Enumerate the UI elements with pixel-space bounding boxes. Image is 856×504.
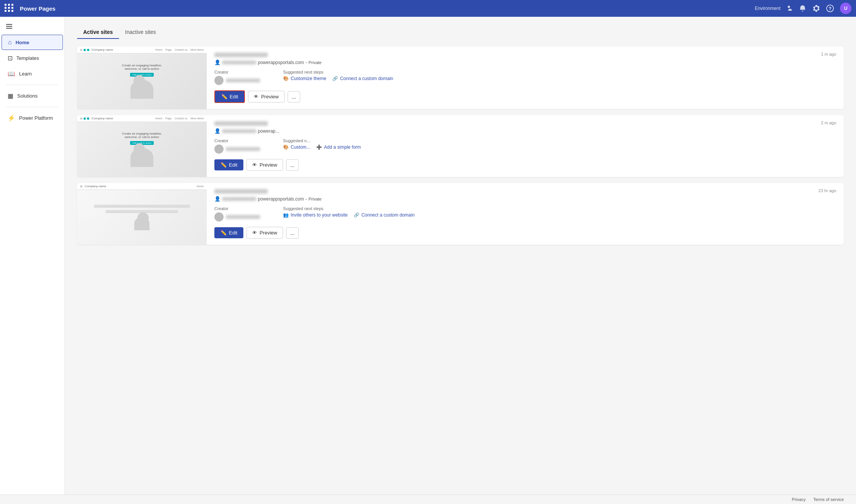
sidebar-item-solutions[interactable]: ▦ Solutions xyxy=(2,88,63,103)
edit-icon-1: ✏️ xyxy=(221,94,227,100)
sidebar-item-power-platform[interactable]: ⚡ Power Platform xyxy=(2,111,63,125)
sidebar-label-solutions: Solutions xyxy=(17,93,37,99)
site-url-3: 👤 powerappsportals.com - Private xyxy=(214,196,836,202)
environment-label: Environment xyxy=(755,6,780,11)
site-url-1: 👤 powerappsportals.com - Private xyxy=(214,59,836,65)
next-step-add-form[interactable]: ➕ Add a simple form xyxy=(316,144,361,150)
site-meta-3: Creator Suggested next steps 👥 Invite ot… xyxy=(214,206,836,222)
user-avatar[interactable]: U xyxy=(840,3,851,14)
tab-active-sites[interactable]: Active sites xyxy=(77,26,119,39)
gear-icon[interactable] xyxy=(813,5,820,12)
edit-button-3[interactable]: ✏️ Edit xyxy=(214,227,243,238)
sidebar-divider-1 xyxy=(6,85,58,85)
next-step-custom-domain[interactable]: 🔗 Connect a custom domain xyxy=(332,76,393,81)
preview-icon-2: 👁 xyxy=(252,162,257,168)
next-step-invite[interactable]: 👥 Invite others to your website xyxy=(283,212,348,218)
next-step-domain-3[interactable]: 🔗 Connect a custom domain xyxy=(354,212,414,218)
site-domain-3: powerappsportals.com xyxy=(258,196,304,202)
site-thumbnail-3: Company name Home xyxy=(77,183,207,245)
site-actions-1: ✏️ Edit 👁 Preview ... xyxy=(214,90,836,103)
creator-label-3: Creator xyxy=(214,206,260,211)
privacy-link[interactable]: Privacy xyxy=(792,497,806,502)
site-timestamp-1: 1 m ago xyxy=(821,52,836,56)
creator-label-2: Creator xyxy=(214,138,260,143)
site-actions-3: ✏️ Edit 👁 Preview ... xyxy=(214,227,836,239)
site-url-2: 👤 powerap... xyxy=(214,128,836,134)
sidebar-label-templates: Templates xyxy=(16,55,39,61)
site-timestamp-3: 23 hr ago xyxy=(819,188,836,193)
sidebar-label-learn: Learn xyxy=(19,71,32,77)
sidebar-item-learn[interactable]: 📖 Learn xyxy=(2,66,63,81)
sidebar-divider-2 xyxy=(6,107,58,107)
site-domain-2: powerap... xyxy=(258,128,279,134)
preview-button-1[interactable]: 👁 Preview xyxy=(248,91,284,103)
site-tabs: Active sites Inactive sites xyxy=(77,26,844,39)
site-info-2: 2 m ago 👤 powerap... Creator xyxy=(207,115,844,177)
next-steps-label-3: Suggested next steps xyxy=(283,206,415,211)
next-steps-3: 👥 Invite others to your website 🔗 Connec… xyxy=(283,212,415,218)
next-step-customize-theme[interactable]: 🎨 Customize theme xyxy=(283,76,326,81)
waffle-menu[interactable] xyxy=(5,4,14,13)
more-button-2[interactable]: ... xyxy=(286,159,299,171)
power-platform-icon: ⚡ xyxy=(8,114,15,122)
help-icon[interactable]: ? xyxy=(826,5,834,12)
app-title: Power Pages xyxy=(20,5,55,12)
sidebar: ⌂ Home ⊡ Templates 📖 Learn ▦ Solutions ⚡… xyxy=(0,17,65,494)
site-info-3: 23 hr ago 👤 powerappsportals.com - Priva… xyxy=(207,183,844,245)
people-icon[interactable] xyxy=(785,5,793,12)
next-steps-label-2: Suggested n... xyxy=(283,138,361,143)
edit-icon-3: ✏️ xyxy=(220,230,227,236)
site-visibility-3: Private xyxy=(309,197,322,201)
site-visibility-1: Private xyxy=(309,60,322,65)
templates-icon: ⊡ xyxy=(8,55,13,62)
footer: Privacy Terms of service xyxy=(0,494,856,504)
main-content: Active sites Inactive sites Company name… xyxy=(65,17,856,494)
more-button-1[interactable]: ... xyxy=(288,91,301,103)
edit-icon-2: ✏️ xyxy=(220,162,227,168)
learn-icon: 📖 xyxy=(8,70,15,77)
site-actions-2: ✏️ Edit 👁 Preview ... xyxy=(214,159,836,171)
next-step-customize-2[interactable]: 🎨 Custom... xyxy=(283,144,310,150)
edit-button-2[interactable]: ✏️ Edit xyxy=(214,159,243,170)
sidebar-label-home: Home xyxy=(16,40,29,45)
sidebar-item-templates[interactable]: ⊡ Templates xyxy=(2,51,63,66)
next-steps-2: 🎨 Custom... ➕ Add a simple form xyxy=(283,144,361,150)
site-domain-1: powerappsportals.com xyxy=(258,60,304,65)
site-thumbnail-2: Company name HomePageContact usMore item… xyxy=(77,115,207,177)
site-name-3 xyxy=(214,189,836,194)
preview-icon-3: 👁 xyxy=(252,230,257,236)
site-info-1: 1 m ago 👤 powerappsportals.com - Private… xyxy=(207,47,844,109)
preview-icon-1: 👁 xyxy=(254,94,259,100)
edit-button-1[interactable]: ✏️ Edit xyxy=(214,90,245,103)
site-meta-2: Creator Suggested n... 🎨 Custom... xyxy=(214,138,836,154)
preview-button-3[interactable]: 👁 Preview xyxy=(246,227,283,239)
terms-link[interactable]: Terms of service xyxy=(813,497,844,502)
more-button-3[interactable]: ... xyxy=(286,227,299,239)
site-card-1: Company name HomePageContact usMore item… xyxy=(77,47,844,109)
sidebar-item-home[interactable]: ⌂ Home xyxy=(2,35,63,50)
site-thumbnail-1: Company name HomePageContact usMore item… xyxy=(77,47,207,109)
preview-button-2[interactable]: 👁 Preview xyxy=(246,159,283,171)
site-meta-1: Creator Suggested next steps 🎨 Customize… xyxy=(214,70,836,85)
site-card-3: Company name Home 23 hr ago 👤 powerapp xyxy=(77,183,844,245)
sidebar-label-power-platform: Power Platform xyxy=(19,115,53,121)
creator-label-1: Creator xyxy=(214,70,260,74)
site-timestamp-2: 2 m ago xyxy=(821,120,836,125)
site-name-2 xyxy=(214,121,836,126)
home-icon: ⌂ xyxy=(8,39,12,46)
tab-inactive-sites[interactable]: Inactive sites xyxy=(119,26,162,39)
next-steps-1: 🎨 Customize theme 🔗 Connect a custom dom… xyxy=(283,76,393,81)
hamburger-button[interactable] xyxy=(0,20,64,34)
svg-text:?: ? xyxy=(829,6,831,11)
solutions-icon: ▦ xyxy=(8,92,13,100)
bell-icon[interactable] xyxy=(799,5,806,12)
site-card-2: Company name HomePageContact usMore item… xyxy=(77,115,844,177)
topbar: Power Pages Environment ? U xyxy=(0,0,856,17)
next-steps-label-1: Suggested next steps xyxy=(283,70,393,74)
site-name-1 xyxy=(214,53,836,57)
